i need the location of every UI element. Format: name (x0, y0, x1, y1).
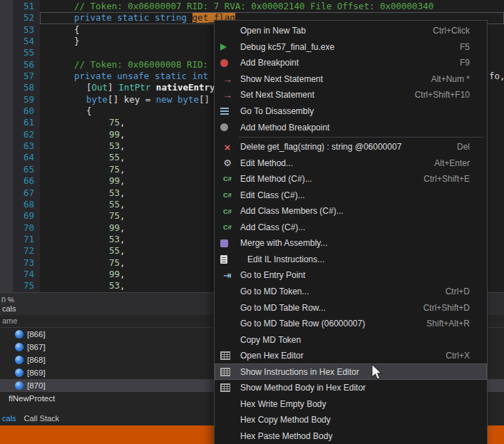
code-token: , (120, 245, 125, 256)
menu-item-delete-get-flag-string-string-06000007[interactable]: ×Delete get_flag(string) : string @06000… (215, 139, 487, 155)
code-text: } (74, 36, 80, 47)
menu-item-label: Add Class (C#)... (240, 222, 305, 232)
object-sphere-icon (15, 330, 24, 339)
menu-item-open-in-new-tab[interactable]: Open in New TabCtrl+Click (215, 23, 487, 39)
menu-item-edit-method-c[interactable]: C#Edit Method (C#)...Ctrl+Shift+E (215, 171, 487, 187)
menu-item-shortcut: Del (457, 142, 470, 152)
menu-item-add-class-members-c[interactable]: C#Add Class Members (C#)... (215, 203, 487, 220)
tab-call-stack[interactable]: Call Stack (22, 412, 66, 425)
code-token: { (74, 24, 80, 35)
menu-item-label: Show Method Body in Hex Editor (240, 383, 366, 393)
code-token: 99 (109, 269, 120, 279)
line-number: 68 (13, 199, 34, 210)
csharp-icon: C# (220, 222, 235, 233)
menu-item-label: Go to Entry Point (240, 270, 305, 280)
menu-item-show-instructions-in-hex-editor[interactable]: Show Instructions in Hex Editor (215, 363, 487, 380)
menu-item-debug-kc57-final-fu-exe[interactable]: Debug kc57_final_fu.exeF5 (215, 39, 487, 56)
code-token: ] (108, 82, 118, 93)
code-token: 53 (109, 280, 120, 291)
menu-item-add-method-breakpoint[interactable]: Add Method Breakpoint (215, 119, 487, 135)
menu-item-go-to-md-table-row[interactable]: Go to MD Table Row...Ctrl+Shift+D (215, 299, 487, 316)
line-number: 63 (13, 140, 34, 152)
line-number: 53 (13, 24, 34, 36)
menu-item-edit-il-instructions[interactable]: Edit IL Instructions... (215, 252, 487, 268)
menu-item-add-class-c[interactable]: C#Add Class (C#)... (215, 220, 487, 236)
settings-gear-icon: ⚙ (220, 158, 235, 169)
code-text: { (74, 24, 80, 36)
hex-icon (220, 351, 230, 360)
line-number: 67 (13, 187, 34, 199)
locals-row-label: [869] (27, 366, 46, 379)
code-token: = (140, 94, 156, 105)
csharp-icon: C# (220, 205, 235, 217)
line-number: 51 (13, 1, 34, 12)
line-number: 72 (13, 245, 34, 257)
menu-item-go-to-disassembly[interactable]: Go To Disassembly (215, 103, 487, 120)
menu-item-label: Set Next Statement (240, 90, 314, 100)
menu-item-show-next-statement[interactable]: →Show Next StatementAlt+Num * (215, 71, 487, 88)
line-number: 55 (13, 47, 34, 58)
menu-item-label: Show Next Statement (240, 74, 323, 84)
blank-icon (220, 302, 235, 314)
code-token: [] (199, 94, 210, 105)
tab-locals[interactable]: cals (0, 412, 22, 425)
code-text: 99, (109, 269, 125, 280)
code-token: private unsafe static int (74, 71, 214, 81)
menu-item-shortcut: Alt+Num * (431, 74, 470, 84)
code-token: 99 (109, 129, 120, 140)
menu-item-label: Add Breakpoint (240, 58, 299, 68)
menu-item-label: Go to MD Table Row (06000007) (240, 319, 365, 329)
csharp-icon: C# (220, 173, 235, 185)
code-token: 75 (109, 210, 120, 221)
line-number: 62 (13, 129, 34, 140)
blank-icon (220, 25, 235, 36)
menu-item-label: Edit IL Instructions... (247, 254, 324, 264)
code-token: , (120, 175, 125, 186)
code-token: 55 (109, 245, 120, 256)
code-text: 53, (109, 234, 125, 245)
hex-icon (220, 383, 230, 392)
code-text: 55, (109, 152, 125, 163)
menu-item-label: Go to MD Token... (240, 286, 309, 296)
menu-item-hex-copy-method-body[interactable]: Hex Copy Method Body (215, 412, 487, 428)
line-number: 56 (13, 59, 34, 71)
menu-item-hex-paste-method-body[interactable]: Hex Paste Method Body (215, 428, 487, 444)
locals-row-label: [870] (27, 379, 46, 392)
menu-item-set-next-statement[interactable]: →Set Next StatementCtrl+Shift+F10 (215, 87, 487, 103)
hex-icon (220, 368, 230, 376)
code-token: // Token: 0x06000007 RID: 7 RVA: 0x00002… (74, 1, 433, 11)
blank-icon (220, 286, 235, 297)
menu-item-go-to-md-token[interactable]: Go to MD Token...Ctrl+D (215, 284, 487, 300)
code-token: , (120, 280, 125, 291)
menu-item-hex-write-empty-body[interactable]: Hex Write Empty Body (215, 396, 487, 413)
code-text: 53, (109, 140, 125, 152)
blank-icon (220, 318, 235, 329)
menu-item-open-hex-editor[interactable]: Open Hex EditorCtrl+X (215, 348, 487, 364)
menu-item-shortcut: Alt+Enter (434, 158, 470, 168)
code-token: 75 (109, 117, 120, 128)
menu-item-go-to-md-table-row-06000007[interactable]: Go to MD Table Row (06000007)Shift+Alt+R (215, 316, 487, 332)
code-token: 55 (109, 199, 120, 210)
code-token: 99 (109, 175, 120, 186)
menu-item-edit-class-c[interactable]: C#Edit Class (C#)... (215, 187, 487, 203)
code-token: 75 (109, 257, 120, 268)
menu-item-shortcut: Ctrl+Shift+D (423, 303, 470, 313)
method-breakpoint-icon (220, 123, 228, 131)
set-next-statement-icon: → (220, 89, 235, 100)
menu-item-shortcut: Ctrl+Shift+E (423, 174, 470, 184)
menu-item-edit-method[interactable]: ⚙Edit Method...Alt+Enter (215, 155, 487, 171)
blank-icon (220, 334, 235, 346)
menu-item-shortcut: F5 (460, 42, 470, 52)
code-text: byte[] key = new byte[] (86, 94, 210, 105)
menu-item-show-method-body-in-hex-editor[interactable]: Show Method Body in Hex Editor (215, 380, 487, 396)
menu-item-add-breakpoint[interactable]: Add BreakpointF9 (215, 55, 487, 71)
code-text: { (86, 105, 92, 117)
code-token: IntPtr (118, 82, 150, 93)
menu-item-merge-with-assembly[interactable]: Merge with Assembly... (215, 235, 487, 252)
menu-item-go-to-entry-point[interactable]: ⇥Go to Entry Point (215, 267, 487, 284)
line-number: 71 (13, 234, 34, 245)
code-text: 53, (109, 187, 125, 199)
code-text: 75, (109, 164, 125, 175)
menu-item-shortcut: Ctrl+Shift+F10 (415, 90, 470, 100)
menu-item-copy-md-token[interactable]: Copy MD Token (215, 331, 487, 348)
